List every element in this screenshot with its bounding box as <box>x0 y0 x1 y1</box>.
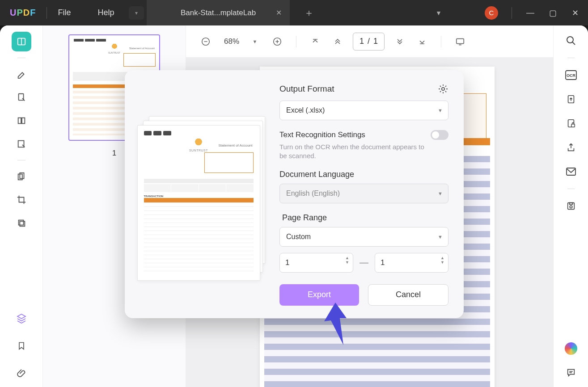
output-format-value: Excel (.xlsx) <box>286 106 325 114</box>
pagerange-value: Custom <box>286 233 311 241</box>
close-tab-icon[interactable]: ✕ <box>276 8 282 17</box>
pagerange-select[interactable]: Custom ▼ <box>279 227 448 247</box>
ocr-toggle[interactable] <box>431 130 448 140</box>
ocr-label: Text Recognition Settings <box>279 130 365 139</box>
window-controls: C — ▢ ✕ <box>485 6 580 20</box>
range-to-value: 1 <box>381 258 385 267</box>
chevron-down-icon: ▼ <box>438 191 443 196</box>
cancel-button[interactable]: Cancel <box>368 284 448 306</box>
modal-preview: SUNTRUST Statement of Account TRANSACTIO… <box>125 70 277 318</box>
tab-pin-icon[interactable]: ▾ <box>129 6 144 20</box>
preview-brand: SUNTRUST <box>144 149 254 152</box>
separator <box>512 7 512 19</box>
svg-point-29 <box>442 88 444 90</box>
preview-title: Statement of Account <box>218 143 252 147</box>
titlebar: UPDF File Help ▾ Bank-Stat...mplateLab ✕… <box>0 0 588 25</box>
export-button[interactable]: Export <box>279 284 359 306</box>
step-down-icon[interactable]: ▼ <box>345 261 349 265</box>
maximize-button[interactable]: ▢ <box>548 8 558 18</box>
menu-file[interactable]: File <box>58 8 71 17</box>
suntrust-logo-icon <box>192 138 205 149</box>
range-from-value: 1 <box>285 258 289 267</box>
menu-help[interactable]: Help <box>97 8 114 17</box>
preview-page: SUNTRUST Statement of Account TRANSACTIO… <box>137 125 260 281</box>
step-down-icon[interactable]: ▼ <box>440 261 444 265</box>
ocr-description: Turn on the OCR when the document appear… <box>279 143 431 161</box>
step-up-icon[interactable]: ▲ <box>440 256 444 260</box>
output-format-label: Output Format <box>279 84 334 94</box>
doclang-select[interactable]: English (English) ▼ <box>279 184 448 203</box>
range-dash: — <box>360 257 368 268</box>
close-window-button[interactable]: ✕ <box>570 8 580 18</box>
document-tab[interactable]: ▾ Bank-Stat...mplateLab ✕ <box>147 0 290 25</box>
user-avatar[interactable]: C <box>485 6 498 20</box>
separator <box>47 7 47 19</box>
settings-button[interactable] <box>438 84 448 94</box>
range-from-input[interactable]: 1 ▲▼ <box>279 253 353 273</box>
output-format-select[interactable]: Excel (.xlsx) ▼ <box>279 101 448 120</box>
tab-title: Bank-Stat...mplateLab <box>181 8 256 17</box>
pagerange-label: Page Range <box>282 213 448 223</box>
export-modal: SUNTRUST Statement of Account TRANSACTIO… <box>125 70 464 318</box>
gear-icon <box>438 84 448 94</box>
app-body: SUNTRUST Statement of Account 1 68% ▼ 1 … <box>0 25 588 387</box>
chevron-down-icon: ▼ <box>438 108 443 113</box>
doclang-label: Document Language <box>279 170 448 179</box>
modal-backdrop: SUNTRUST Statement of Account TRANSACTIO… <box>0 25 588 387</box>
new-tab-button[interactable]: ＋ <box>304 6 314 20</box>
doclang-value: English (English) <box>286 189 340 198</box>
minimize-button[interactable]: — <box>525 8 535 17</box>
app-logo: UPDF <box>10 8 36 18</box>
step-up-icon[interactable]: ▲ <box>345 256 349 260</box>
modal-form: Output Format Excel (.xlsx) ▼ Text Recog… <box>277 70 464 318</box>
range-to-input[interactable]: 1 ▲▼ <box>375 253 448 273</box>
tabs-dropdown-icon[interactable]: ▼ <box>436 9 442 17</box>
chevron-down-icon: ▼ <box>438 234 443 240</box>
